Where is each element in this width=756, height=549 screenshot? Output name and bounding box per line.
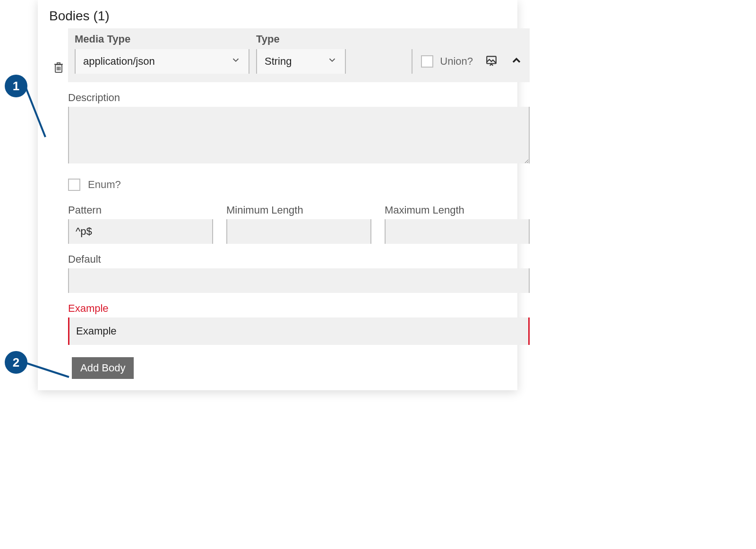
type-label: Type <box>256 33 346 45</box>
chevron-down-icon <box>327 55 337 68</box>
union-group: Union? <box>412 49 473 74</box>
example-input[interactable] <box>68 317 530 345</box>
description-label: Description <box>68 92 530 104</box>
enum-label: Enum? <box>88 179 121 191</box>
max-length-input[interactable] <box>385 219 530 244</box>
add-body-button[interactable]: Add Body <box>72 357 134 379</box>
trash-icon[interactable] <box>53 61 64 76</box>
media-type-select[interactable]: application/json <box>75 49 249 74</box>
min-length-input[interactable] <box>226 219 371 244</box>
enum-row: Enum? <box>68 179 530 191</box>
default-input[interactable] <box>68 268 530 293</box>
pattern-label: Pattern <box>68 204 213 216</box>
media-type-label: Media Type <box>75 33 249 45</box>
callout-badge-2: 2 <box>5 351 27 374</box>
example-label: Example <box>68 302 530 315</box>
callout-badge-1: 1 <box>5 75 27 97</box>
union-checkbox[interactable] <box>421 55 433 68</box>
pattern-input[interactable] <box>68 219 213 244</box>
type-value: String <box>265 55 292 68</box>
default-label: Default <box>68 253 530 266</box>
type-select[interactable]: String <box>256 49 346 74</box>
panel-title: Bodies (1) <box>49 9 506 24</box>
body-row: Media Type application/json Type String <box>49 28 506 345</box>
image-upload-icon[interactable] <box>485 54 498 69</box>
body-content: Media Type application/json Type String <box>68 28 530 345</box>
body-header: Media Type application/json Type String <box>68 28 530 82</box>
min-length-label: Minimum Length <box>226 204 371 216</box>
max-length-label: Maximum Length <box>385 204 530 216</box>
media-type-value: application/json <box>83 55 155 68</box>
description-textarea[interactable] <box>68 107 530 163</box>
chevron-down-icon <box>231 55 241 68</box>
collapse-chevron-up-icon[interactable] <box>510 54 523 69</box>
enum-checkbox[interactable] <box>68 179 80 191</box>
union-label: Union? <box>440 55 473 68</box>
bodies-panel: Bodies (1) Media Type application/json <box>38 0 517 390</box>
